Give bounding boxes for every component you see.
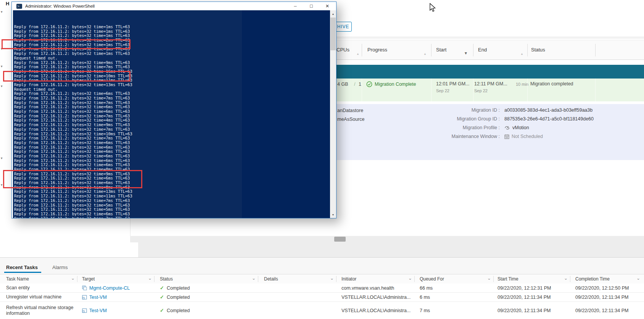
duration: 10 min [516,82,528,87]
column-divider [362,44,362,56]
task-name-cell: Scan entity [6,284,74,292]
chevron-down-icon[interactable]: ⌄ [71,276,75,281]
scrollbar-thumb[interactable] [330,18,336,50]
column-divider [527,79,528,101]
table-row[interactable]: Scan entity Mgmt-Compute-CL [0,284,644,293]
selected-migration-row[interactable] [336,65,644,79]
sort-asc-icon[interactable]: ▲ [356,52,359,56]
vmotion-icon [504,125,510,130]
target-link[interactable]: Test-VM [89,308,107,313]
sort-asc-icon[interactable]: ▲ [520,52,523,56]
column-header-status[interactable]: Status [160,276,173,282]
column-header-queued-for[interactable]: Queued For [420,276,444,282]
console-line: Reply from 172.16.11.2: bytes=32 time=6m… [14,109,330,114]
status-text: Completed [167,285,190,291]
column-header-start-time[interactable]: Start Time [497,276,518,282]
detail-field-label: Migration Profile : [336,125,500,130]
minimize-button[interactable]: ─ [287,2,303,10]
vertical-scrollbar[interactable]: ▲ ▼ [330,10,336,218]
close-button[interactable]: ✕ [319,2,335,10]
chevron-down-icon[interactable]: ⌄ [252,276,256,281]
window-title: Administrator: Windows PowerShell [25,4,95,8]
chevron-down-icon[interactable]: ⌄ [564,276,568,281]
console-line: Reply from 172.16.11.2: bytes=32 time=7m… [14,127,330,132]
sort-desc-icon[interactable]: ▼ [464,51,468,55]
tab-recent-tasks[interactable]: Recent Tasks [6,264,38,270]
memory-value: 4 GB [337,82,348,87]
target-link[interactable]: Mgmt-Compute-CL [89,285,130,291]
timeout-highlight-box-2 [3,71,130,82]
column-header-start[interactable]: Start [436,47,446,53]
chevron-down-icon[interactable]: ⌄ [148,276,152,281]
tasks-table-body: Scan entity Mgmt-Compute-CL [0,284,644,319]
tree-expander-icon[interactable]: ▾ [1,10,5,14]
column-header-status[interactable]: Status [531,47,545,53]
migrations-table-header: CPUs Progress Start End Status ▲ ▲ ▼ ▲ [336,40,644,60]
chevron-down-icon[interactable]: ⌄ [408,276,412,281]
timeout-highlight-box-1 [2,39,130,49]
migration-details-panel: anDatastore meAsSource Migration ID : a0… [336,104,644,160]
start-time-cell: 09/22/2020, 12:11:34 PM [497,302,572,319]
column-divider [362,79,362,101]
completed-check-icon [160,285,164,291]
active-tab-underline [4,272,41,273]
column-header-initiator[interactable]: Initiator [341,276,356,282]
completion-time-cell: 09/22/2020, 12:11:34 PM [575,302,643,319]
status-text: Completed [167,295,190,300]
table-row[interactable]: Unregister virtual machine Test-VM [0,293,644,302]
column-header-task-name[interactable]: Task Name [6,276,29,282]
details-cell [264,302,335,319]
tree-expander-icon[interactable]: ▾ [1,84,5,88]
cluster-icon [82,285,87,290]
console-line: Reply from 172.16.11.2: bytes=32 time=6m… [14,212,330,216]
start-time-cell: 09/22/2020, 12:12:31 PM [497,284,572,292]
completion-time-cell: 09/22/2020, 12:12:50 PM [575,284,643,292]
start-time: 12:01 PM GM... [436,81,470,87]
table-row[interactable]: Refresh virtual machine storage informat… [0,302,644,319]
detail-field-value: Not Scheduled [512,134,543,139]
target-cell: Mgmt-Compute-CL [82,284,151,292]
horizontal-scrollbar[interactable] [130,236,644,242]
column-header-cpus[interactable]: CPUs [336,47,349,53]
status-text: Completed [167,308,190,313]
screen: H ▾ ▾ ▾ ▾ ▾ ▾ HIVE CPUs Progress Start E… [0,0,644,319]
tree-expander-icon[interactable]: ▾ [1,64,5,68]
column-divider [154,276,155,282]
status-cell: Completed [160,284,236,292]
maximize-button[interactable]: ☐ [303,2,319,10]
scrollbar-thumb[interactable] [334,237,346,242]
chevron-down-icon[interactable]: ⌄ [487,276,491,281]
queued-for-cell: 6 ms [420,293,490,301]
target-link[interactable]: Test-VM [89,295,107,300]
powershell-title-bar[interactable]: Administrator: Windows PowerShell ─ ☐ ✕ [12,2,336,10]
console-line: Request timed out. [14,56,330,61]
column-header-end[interactable]: End [478,47,487,53]
column-header-details[interactable]: Details [264,276,278,282]
task-name-cell: Refresh virtual machine storage informat… [6,302,74,319]
scroll-up-icon[interactable]: ▲ [330,11,336,17]
scroll-down-icon[interactable]: ▼ [330,212,336,218]
detail-field-value-group: 887535e3-26e6-4d71-a5c0-bf118149de60 [504,116,594,122]
detail-field-value: vMotion [512,125,529,130]
column-header-completion-time[interactable]: Completion Time [575,276,610,282]
detail-field-label: Maintenance Window : [336,134,500,139]
initiator-cell: VSTELLAR.LOCAL\Administra... [341,302,417,319]
console-line: Reply from 172.16.11.2: bytes=32 time=1m… [14,51,330,56]
status-cell: Completed [160,302,236,319]
migration-row[interactable]: 4 GB / 1 Migration Complete 12:01 PM GM.… [336,79,644,101]
column-header-target[interactable]: Target [82,276,95,282]
column-header-progress[interactable]: Progress [367,47,387,53]
detail-field-label: Migration Group ID : [336,116,500,122]
progress-label: Migration Complete [375,82,416,87]
sort-asc-icon[interactable]: ▲ [423,52,427,56]
column-divider [493,276,494,282]
tree-expander-icon[interactable]: ▾ [1,156,5,160]
chevron-down-icon[interactable]: ⌄ [330,276,334,281]
column-divider [414,276,415,282]
tab-alarms[interactable]: Alarms [52,264,68,270]
tasks-table-header: Task Name Target Status Details Initiato… [0,274,644,284]
initiator-cell: VSTELLAR.LOCAL\Administra... [341,293,417,301]
chevron-down-icon[interactable]: ⌄ [636,276,640,281]
status-cell: Completed [160,293,236,301]
column-divider [473,79,473,101]
